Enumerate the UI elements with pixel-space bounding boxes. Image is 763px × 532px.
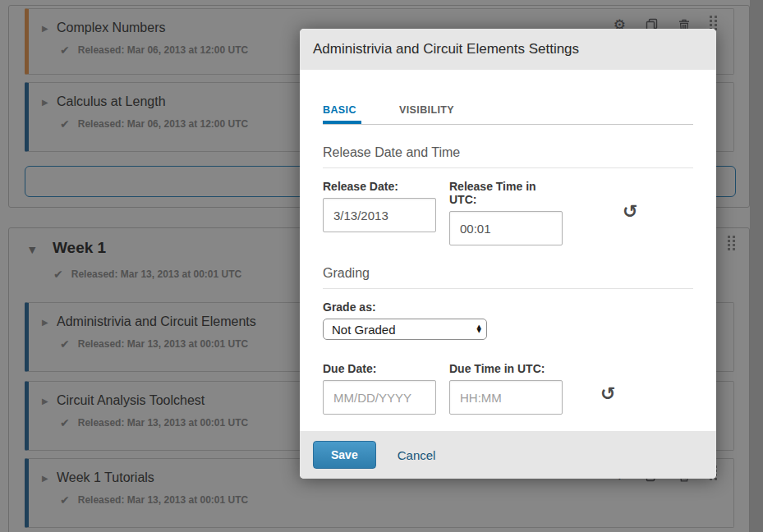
modal-footer: Save Cancel (300, 431, 716, 479)
release-time-label: Release Time in UTC: (449, 180, 563, 206)
modal-body: BASIC VISIBILITY Release Date and Time R… (300, 70, 716, 431)
tab-basic[interactable]: BASIC (323, 104, 361, 124)
grading-section-heading: Grading (323, 266, 693, 289)
subsection-settings-modal: Administrivia and Circuit Elements Setti… (300, 29, 716, 479)
modal-title: Administrivia and Circuit Elements Setti… (313, 41, 579, 57)
due-date-input[interactable] (323, 380, 436, 415)
grade-as-selected-value: Not Graded (332, 323, 396, 337)
release-date-input[interactable] (323, 198, 436, 232)
tab-bar: BASIC VISIBILITY (323, 104, 693, 125)
reset-release-date-icon[interactable]: ↺ (623, 203, 637, 221)
due-time-input[interactable] (449, 380, 563, 415)
cancel-link[interactable]: Cancel (398, 448, 436, 462)
grade-as-select[interactable]: Not Graded ▲▼ (323, 319, 487, 340)
due-date-label: Due Date: (323, 362, 436, 375)
save-button[interactable]: Save (313, 441, 376, 469)
reset-due-date-icon[interactable]: ↺ (600, 385, 615, 403)
release-time-input[interactable] (449, 211, 563, 245)
select-updown-arrows-icon: ▲▼ (477, 325, 481, 333)
release-section-heading: Release Date and Time (323, 145, 693, 168)
release-date-label: Release Date: (323, 180, 436, 193)
modal-header: Administrivia and Circuit Elements Setti… (300, 29, 716, 70)
due-time-label: Due Time in UTC: (449, 362, 563, 375)
tab-visibility[interactable]: VISIBILITY (399, 104, 459, 124)
grade-as-label: Grade as: (323, 300, 693, 314)
